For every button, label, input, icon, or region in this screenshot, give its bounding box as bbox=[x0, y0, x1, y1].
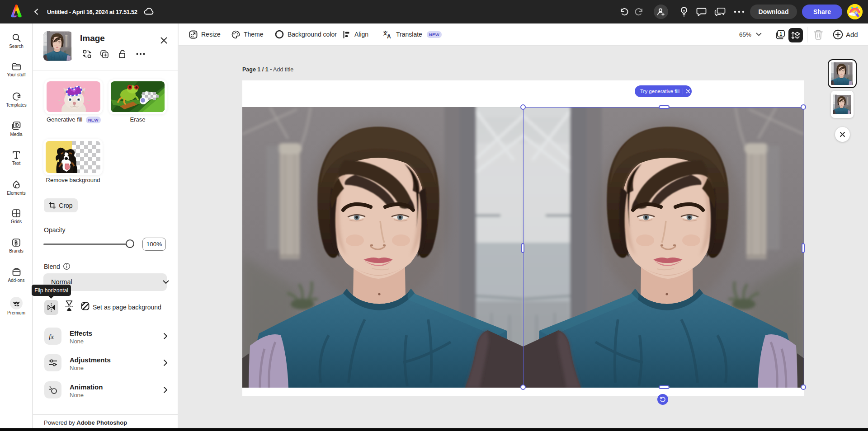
svg-text:fx: fx bbox=[49, 333, 54, 340]
svg-text:A: A bbox=[387, 33, 391, 39]
svg-text:1: 1 bbox=[780, 32, 783, 37]
